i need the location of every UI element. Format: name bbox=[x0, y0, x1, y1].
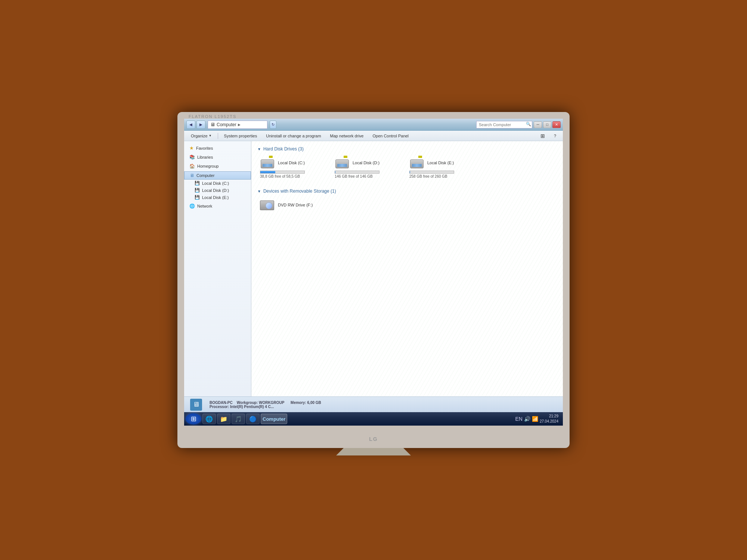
drive-d-progress-fill bbox=[335, 171, 335, 173]
forward-button[interactable]: ▶ bbox=[196, 121, 205, 129]
computer-icon: 🖥 bbox=[190, 173, 194, 178]
status-processor: Processor: Intel(R) Pentium(R) 4 C... bbox=[210, 405, 321, 409]
search-input[interactable] bbox=[476, 121, 532, 128]
drive-item-d[interactable]: Local Disk (D:) 146 GB free of 146 GB bbox=[332, 155, 399, 181]
sidebar-item-disk-d[interactable]: 💾 Local Disk (D:) bbox=[184, 187, 251, 194]
address-text: Computer bbox=[217, 122, 236, 127]
libraries-icon: 📚 bbox=[189, 155, 195, 160]
dvd-drive-icon bbox=[260, 199, 275, 211]
taskbar-browser-button[interactable]: 🔵 bbox=[246, 414, 260, 424]
content-area: ▼ Hard Disk Drives (3) bbox=[251, 141, 563, 396]
taskbar-tray: EN 🔊 📶 21:29 27.04.2024 bbox=[512, 412, 561, 426]
status-computer-icon: 🖥 bbox=[190, 399, 202, 411]
hdd-section-title: Hard Disk Drives (3) bbox=[263, 146, 304, 152]
tray-volume-icon: 📶 bbox=[532, 416, 538, 422]
drive-e-free: 258 GB free of 260 GB bbox=[409, 174, 447, 178]
drive-c-name: Local Disk (C:) bbox=[278, 161, 305, 165]
drive-d-icon-wrapper bbox=[335, 157, 350, 169]
drive-item-e-top: Local Disk (E:) bbox=[409, 157, 454, 169]
drive-d-free: 146 GB free of 146 GB bbox=[335, 174, 373, 178]
drive-dvd-top: DVD RW Drive (F:) bbox=[260, 199, 313, 211]
status-computer-name: BOGDAN-PC Workgroup: WORKGROUP Memory: 6… bbox=[210, 401, 321, 405]
sidebar-item-computer[interactable]: 🖥 Computer bbox=[184, 171, 251, 180]
taskbar-media-button[interactable]: 🎵 bbox=[232, 414, 245, 424]
drive-c-info: Local Disk (C:) bbox=[278, 161, 305, 166]
drive-dvd-icon-wrapper bbox=[260, 199, 275, 211]
uninstall-button[interactable]: Uninstall or change a program bbox=[262, 132, 325, 140]
address-bar[interactable]: 🖥 Computer ▶ bbox=[208, 121, 267, 129]
hdd-e-icon bbox=[410, 158, 424, 168]
tray-time: 21:29 27.04.2024 bbox=[540, 414, 558, 424]
status-bar: 🖥 BOGDAN-PC Workgroup: WORKGROUP Memory:… bbox=[184, 396, 563, 412]
network-icon: 🌐 bbox=[189, 203, 195, 209]
drive-c-free: 38,8 GB free of 58,5 GB bbox=[260, 174, 300, 178]
nav-buttons: ◀ ▶ bbox=[186, 121, 205, 129]
start-icon: ⊞ bbox=[191, 415, 196, 423]
back-button[interactable]: ◀ bbox=[186, 121, 195, 129]
system-properties-button[interactable]: System properties bbox=[220, 132, 261, 140]
drive-item-e[interactable]: Local Disk (E:) 258 GB free of 260 GB bbox=[407, 155, 474, 181]
disk-d-icon: 💾 bbox=[195, 188, 200, 193]
drive-item-c[interactable]: Local Disk (C:) 38,8 GB free of 58,5 GB bbox=[257, 155, 325, 181]
drive-item-dvd[interactable]: DVD RW Drive (F:) bbox=[257, 197, 325, 215]
computer-section: 🖥 Computer 💾 Local Disk (C:) 💾 Local Dis… bbox=[184, 171, 251, 201]
view-options-button[interactable]: ⊞ bbox=[537, 132, 549, 140]
drive-item-d-top: Local Disk (D:) bbox=[335, 157, 379, 169]
hdd-collapse-arrow[interactable]: ▼ bbox=[257, 147, 261, 151]
start-button[interactable]: ⊞ bbox=[186, 413, 201, 424]
network-section: 🌐 Network bbox=[184, 202, 251, 210]
drive-e-info: Local Disk (E:) bbox=[427, 161, 454, 166]
help-button[interactable]: ? bbox=[550, 132, 560, 140]
sidebar-item-homegroup[interactable]: 🏠 Homegroup bbox=[184, 162, 251, 170]
removable-section-title: Devices with Removable Storage (1) bbox=[263, 189, 336, 194]
refresh-button[interactable]: ↻ bbox=[270, 121, 276, 129]
status-info: BOGDAN-PC Workgroup: WORKGROUP Memory: 6… bbox=[210, 401, 321, 409]
maximize-button[interactable]: □ bbox=[543, 121, 551, 128]
drive-item-c-top: Local Disk (C:) bbox=[260, 157, 305, 169]
hdd-d-icon bbox=[335, 158, 349, 168]
disk-e-icon: 💾 bbox=[195, 195, 200, 200]
drive-e-progress-bar bbox=[409, 171, 454, 174]
removable-drives-grid: DVD RW Drive (F:) bbox=[257, 197, 557, 215]
removable-collapse-arrow[interactable]: ▼ bbox=[257, 189, 261, 193]
sidebar-item-libraries[interactable]: 📚 Libraries bbox=[184, 153, 251, 161]
drive-e-name: Local Disk (E:) bbox=[427, 161, 454, 165]
sidebar-item-network[interactable]: 🌐 Network bbox=[184, 202, 251, 210]
close-button[interactable]: ✕ bbox=[552, 121, 561, 128]
sidebar-item-disk-e[interactable]: 💾 Local Disk (E:) bbox=[184, 194, 251, 201]
favorites-icon: ★ bbox=[189, 145, 194, 151]
taskbar-explorer-button[interactable]: Computer bbox=[261, 414, 287, 424]
drive-e-progress-fill bbox=[410, 171, 410, 173]
map-network-button[interactable]: Map network drive bbox=[326, 132, 368, 140]
main-area: ★ Favorites 📚 Libraries 🏠 Homegr bbox=[184, 141, 563, 396]
taskbar-folder-button[interactable]: 📁 bbox=[217, 414, 230, 424]
search-container: 🔍 bbox=[476, 121, 532, 128]
drive-d-progress-bar bbox=[335, 171, 379, 174]
drive-dvd-info: DVD RW Drive (F:) bbox=[278, 203, 313, 208]
drive-c-icon-wrapper bbox=[260, 157, 275, 169]
drive-c-progress-bar bbox=[260, 171, 305, 174]
search-icon[interactable]: 🔍 bbox=[526, 122, 531, 127]
address-arrow: ▶ bbox=[238, 123, 241, 127]
drives-grid: Local Disk (C:) 38,8 GB free of 58,5 GB bbox=[257, 155, 557, 181]
sidebar-item-favorites[interactable]: ★ Favorites bbox=[184, 144, 251, 152]
hdd-c-icon bbox=[261, 158, 274, 168]
taskbar-ie-button[interactable]: 🌐 bbox=[202, 414, 216, 424]
sidebar-item-disk-c[interactable]: 💾 Local Disk (C:) bbox=[184, 180, 251, 187]
open-control-panel-button[interactable]: Open Control Panel bbox=[369, 132, 412, 140]
taskbar: ⊞ 🌐 📁 🎵 🔵 Computer EN 🔊 📶 21:29 27.04.20… bbox=[184, 412, 563, 426]
content-inner: ▼ Hard Disk Drives (3) bbox=[251, 141, 563, 227]
toolbar: Organize ▼ System properties Uninstall o… bbox=[184, 131, 563, 141]
tray-network-icon: 🔊 bbox=[524, 416, 530, 422]
window-controls: ─ □ ✕ bbox=[534, 121, 561, 128]
toolbar-separator bbox=[218, 133, 218, 139]
hdd-section-header: ▼ Hard Disk Drives (3) bbox=[257, 146, 557, 152]
drive-d-info: Local Disk (D:) bbox=[353, 161, 379, 166]
libraries-section: 📚 Libraries bbox=[184, 153, 251, 161]
monitor-stand bbox=[336, 448, 411, 455]
organize-button[interactable]: Organize ▼ bbox=[187, 132, 216, 140]
homegroup-section: 🏠 Homegroup bbox=[184, 162, 251, 170]
drive-e-icon-wrapper bbox=[409, 157, 424, 169]
minimize-button[interactable]: ─ bbox=[534, 121, 542, 128]
drive-d-name: Local Disk (D:) bbox=[353, 161, 379, 165]
